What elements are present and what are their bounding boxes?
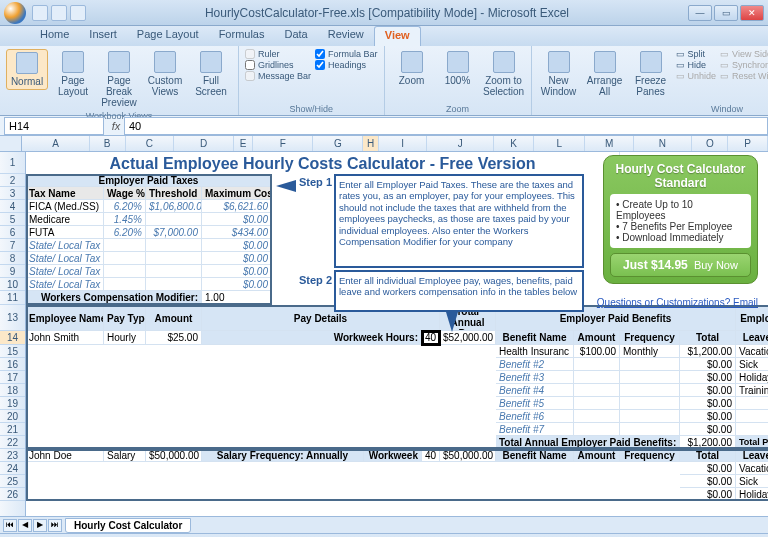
cell[interactable] <box>574 423 620 436</box>
qat-undo-icon[interactable] <box>51 5 67 21</box>
row-header-19[interactable]: 19 <box>0 397 25 410</box>
cell[interactable]: Vacation <box>736 462 768 475</box>
cell[interactable]: Sick <box>736 475 768 488</box>
row-header-11[interactable]: 11 <box>0 291 25 305</box>
cell[interactable]: Maximum Cost <box>202 187 272 200</box>
cell[interactable]: Holiday <box>736 488 768 501</box>
col-header-M[interactable]: M <box>585 136 633 151</box>
cell[interactable]: Frequency <box>620 331 680 345</box>
row-header-20[interactable]: 20 <box>0 410 25 423</box>
unhide-button[interactable]: ▭ Unhide <box>676 71 717 81</box>
cell[interactable]: $100.00 <box>574 345 620 358</box>
select-all-corner[interactable] <box>0 136 22 151</box>
sheet-tab[interactable]: Hourly Cost Calculator <box>65 518 191 533</box>
cell[interactable]: Actual Employee Hourly Costs Calculator … <box>26 152 620 174</box>
cell[interactable]: Wage % <box>104 187 146 200</box>
cell[interactable]: Hourly <box>104 331 146 345</box>
cell[interactable] <box>146 265 202 278</box>
cell[interactable]: Workweek Hrs.: <box>364 449 422 462</box>
row-header-18[interactable]: 18 <box>0 384 25 397</box>
cell[interactable] <box>146 213 202 226</box>
gridlines-checkbox[interactable]: Gridlines <box>245 60 311 70</box>
qat-redo-icon[interactable] <box>70 5 86 21</box>
row-header-24[interactable]: 24 <box>0 462 25 475</box>
cell[interactable] <box>620 410 680 423</box>
close-button[interactable]: ✕ <box>740 5 764 21</box>
row-header-21[interactable]: 21 <box>0 423 25 436</box>
row-header-25[interactable]: 25 <box>0 475 25 488</box>
cell[interactable]: State/ Local Tax 2 <box>26 252 104 265</box>
cell[interactable] <box>104 252 146 265</box>
row-header-2[interactable]: 2 <box>0 174 25 187</box>
view-side-by-side-button[interactable]: ▭ View Side by Side <box>720 49 768 59</box>
row-header-15[interactable]: 15 <box>0 345 25 358</box>
row-header-10[interactable]: 10 <box>0 278 25 291</box>
row-header-7[interactable]: 7 <box>0 239 25 252</box>
row-header-16[interactable]: 16 <box>0 358 25 371</box>
cell[interactable]: State/ Local Tax 3 <box>26 265 104 278</box>
cell[interactable]: $0.00 <box>202 265 272 278</box>
view-custom-views-button[interactable]: Custom Views <box>144 49 186 99</box>
cell[interactable]: $1,200.00 <box>680 345 736 358</box>
tab-last-button[interactable]: ⏭ <box>48 519 62 532</box>
cell[interactable]: Training <box>736 384 768 397</box>
cell[interactable] <box>620 358 680 371</box>
cell[interactable] <box>146 252 202 265</box>
cell[interactable]: $50,000.00 <box>440 449 496 462</box>
cell[interactable] <box>574 358 620 371</box>
col-header-C[interactable]: C <box>126 136 174 151</box>
cell[interactable]: State/ Local Tax 4 <box>26 278 104 291</box>
tab-first-button[interactable]: ⏮ <box>3 519 17 532</box>
cell[interactable] <box>574 371 620 384</box>
cell[interactable]: Tax Name <box>26 187 104 200</box>
cell[interactable] <box>736 410 768 423</box>
cell[interactable]: Salary <box>104 449 146 462</box>
cell[interactable]: 40 <box>422 449 440 462</box>
headings-checkbox[interactable]: Headings <box>315 60 378 70</box>
cell[interactable]: Amount <box>574 449 620 462</box>
minimize-button[interactable]: — <box>688 5 712 21</box>
cell[interactable] <box>574 384 620 397</box>
cell[interactable]: Workers Compensation Modifier: <box>26 291 202 305</box>
cell[interactable]: $0.00 <box>680 423 736 436</box>
row-header-26[interactable]: 26 <box>0 488 25 501</box>
ribbon-tab-data[interactable]: Data <box>274 26 317 46</box>
cell[interactable]: $434.00 <box>202 226 272 239</box>
cell[interactable]: $50,000.00 <box>146 449 202 462</box>
cell[interactable]: Employee Name <box>26 305 104 331</box>
cell[interactable]: Leave Type <box>736 331 768 345</box>
active-cell[interactable]: 40 <box>422 331 440 345</box>
cell[interactable] <box>620 371 680 384</box>
cell[interactable]: Holiday <box>736 371 768 384</box>
col-header-O[interactable]: O <box>692 136 728 151</box>
cell[interactable]: Benefit #4 <box>496 384 574 397</box>
cell[interactable]: Amount <box>146 305 202 331</box>
row-header-23[interactable]: 23 <box>0 449 25 462</box>
ribbon-tab-home[interactable]: Home <box>30 26 79 46</box>
cell[interactable]: State/ Local Tax 1 <box>26 239 104 252</box>
cell[interactable]: 6.20% <box>104 226 146 239</box>
col-header-N[interactable]: N <box>634 136 693 151</box>
cell[interactable]: $52,000.00 <box>440 331 496 345</box>
cell[interactable]: $0.00 <box>680 475 736 488</box>
maximize-button[interactable]: ▭ <box>714 5 738 21</box>
cell[interactable]: Threshold <box>146 187 202 200</box>
cell[interactable]: $0.00 <box>680 488 736 501</box>
cell[interactable]: Salary Frequency: Annually <box>202 449 364 462</box>
col-header-D[interactable]: D <box>174 136 234 151</box>
cell[interactable]: $0.00 <box>202 252 272 265</box>
tab-next-button[interactable]: ▶ <box>33 519 47 532</box>
cell[interactable]: 1.45% <box>104 213 146 226</box>
questions-link[interactable]: Questions or Customizations? Email <box>597 297 758 308</box>
arrange-all-button[interactable]: Arrange All <box>584 49 626 99</box>
col-header-E[interactable]: E <box>234 136 253 151</box>
cell[interactable]: Total Annual Employer Paid Benefits: <box>496 436 680 449</box>
ruler-checkbox[interactable]: Ruler <box>245 49 311 59</box>
cell[interactable]: Benefit Name <box>496 449 574 462</box>
cell[interactable]: $1,06,800.00 <box>146 200 202 213</box>
row-header-3[interactable]: 3 <box>0 187 25 200</box>
cell[interactable]: $7,000.00 <box>146 226 202 239</box>
cell[interactable]: Workweek Hours: <box>202 331 422 345</box>
cell[interactable] <box>620 384 680 397</box>
cell[interactable] <box>104 278 146 291</box>
